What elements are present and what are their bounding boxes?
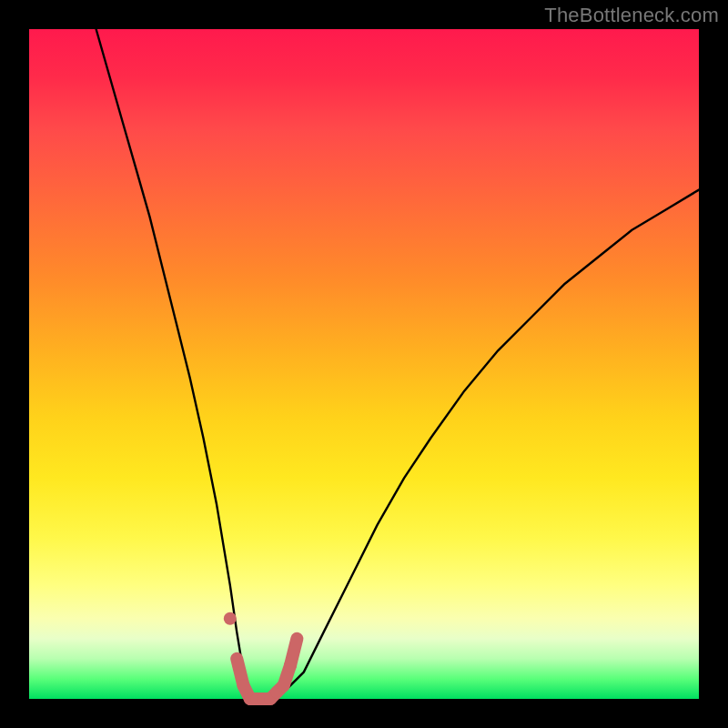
svg-line-9 (290, 639, 297, 665)
plot-area (29, 29, 699, 699)
curve-layer (29, 29, 699, 699)
svg-point-0 (224, 612, 237, 625)
highlight-band (224, 612, 298, 699)
watermark-text: TheBottleneck.com (544, 4, 719, 27)
bottleneck-curve (96, 29, 699, 699)
chart-frame: TheBottleneck.com (0, 0, 728, 728)
